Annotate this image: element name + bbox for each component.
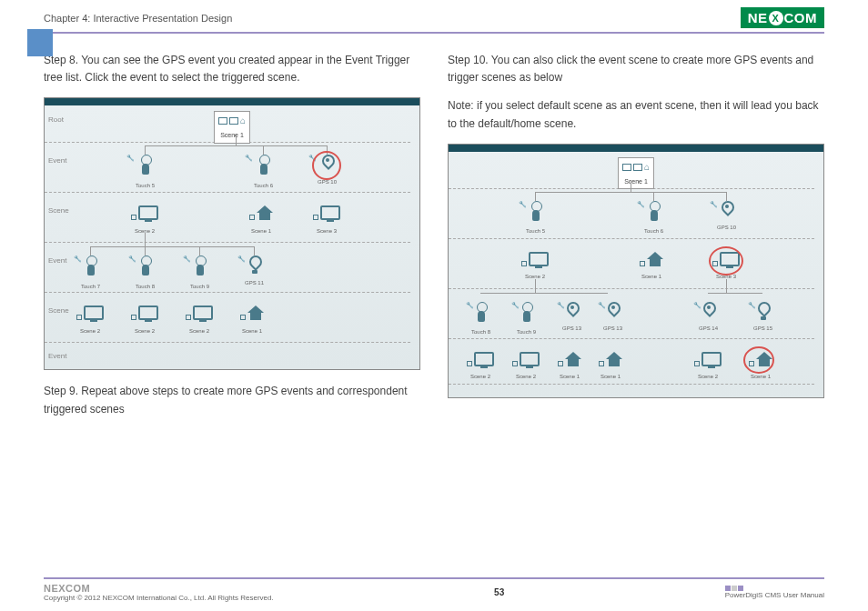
- monitor-icon: [193, 306, 213, 320]
- touch-icon: [192, 255, 208, 275]
- home-icon: [257, 205, 273, 220]
- root-scene-box[interactable]: ⌂ Scene 1: [214, 111, 250, 143]
- scene-node[interactable]: Scene 2: [512, 352, 540, 382]
- touch-icon: [528, 201, 544, 221]
- node-label: Scene 1: [749, 373, 772, 382]
- node-label: GPS 15: [753, 325, 772, 334]
- logo-part-1: NE: [748, 10, 768, 25]
- touch-icon: [83, 255, 99, 275]
- scene-node-home[interactable]: Scene 1: [249, 205, 273, 235]
- wrench-icon: 🔧: [74, 254, 82, 264]
- node-label: Touch 7: [81, 283, 100, 292]
- page-tab-icon: [27, 29, 53, 56]
- event-touch5[interactable]: 🔧 Touch 5: [526, 201, 545, 236]
- node-label: Scene 1: [599, 373, 622, 382]
- scene-node[interactable]: Scene 2: [186, 306, 213, 336]
- node-label: Scene 3: [313, 227, 340, 236]
- event-touch7[interactable]: 🔧 Touch 7: [81, 255, 100, 291]
- scene-node[interactable]: Scene 2: [694, 352, 722, 382]
- home-icon: [565, 352, 581, 366]
- checkbox-icon: [694, 361, 700, 366]
- monitor-icon: [520, 352, 540, 366]
- node-label: Scene 2: [76, 327, 104, 336]
- event-gps15[interactable]: 🔧 GPS 15: [753, 302, 772, 334]
- event-touch5[interactable]: 🔧 Touch 5: [136, 155, 155, 190]
- scene-node-home[interactable]: Scene 1: [558, 352, 581, 382]
- gps-pin-icon: [248, 255, 261, 272]
- touch-icon: [137, 255, 154, 275]
- checkbox-icon: [467, 361, 472, 366]
- node-label: Scene 2: [467, 373, 494, 382]
- left-column: Step 8. You can see the GPS event you cr…: [44, 52, 420, 429]
- node-label: Touch 8: [471, 328, 490, 337]
- monitor-icon: [701, 352, 722, 366]
- scene-node[interactable]: Scene 2: [131, 306, 158, 336]
- scene-node-home[interactable]: Scene 1: [240, 306, 264, 336]
- page-number: 53: [494, 587, 504, 597]
- node-label: Scene 1: [249, 227, 273, 236]
- footer-divider: [44, 577, 824, 579]
- wrench-icon: 🔧: [557, 300, 565, 310]
- event-gps13b[interactable]: 🔧 GPS 13: [603, 302, 622, 334]
- wrench-icon: 🔧: [126, 153, 135, 163]
- scene-node[interactable]: Scene 2: [131, 205, 158, 235]
- highlight-circle: [312, 151, 341, 180]
- checkbox-icon: [313, 215, 318, 220]
- wrench-icon: 🔧: [598, 300, 606, 310]
- monitor-icon: [138, 205, 158, 220]
- scene-node[interactable]: Scene 2: [76, 306, 104, 336]
- manual-name: PowerDigiS CMS User Manual: [725, 591, 824, 599]
- node-label: Scene 1: [240, 327, 264, 336]
- scene-node[interactable]: Scene 2: [521, 252, 549, 282]
- highlight-circle: [709, 246, 743, 275]
- event-gps14[interactable]: 🔧 GPS 14: [699, 302, 718, 334]
- monitor-icon: [84, 306, 104, 320]
- wrench-icon: 🔧: [237, 254, 246, 264]
- monitor-icon: [529, 252, 549, 266]
- node-label: Touch 5: [136, 182, 155, 191]
- footer-logo: NEXCOM: [44, 583, 274, 594]
- checkbox-icon: [186, 315, 191, 320]
- event-gps11[interactable]: 🔧 GPS 11: [245, 255, 264, 287]
- row-label-root: Root: [48, 115, 64, 126]
- row-label-event-3: Event: [48, 351, 66, 363]
- scene-node[interactable]: Scene 3: [313, 205, 340, 235]
- home-icon: ⌂: [240, 114, 246, 128]
- node-label: GPS 13: [603, 325, 622, 334]
- scene-node[interactable]: Scene 2: [467, 352, 494, 382]
- event-touch8[interactable]: 🔧 Touch 8: [471, 302, 490, 337]
- home-icon: [247, 306, 264, 320]
- chapter-title: Chapter 4: Interactive Presentation Desi…: [44, 13, 232, 24]
- scene-node-home[interactable]: Scene 1: [640, 252, 663, 282]
- wrench-icon: 🔧: [637, 199, 645, 209]
- checkbox-icon: [558, 361, 563, 366]
- event-touch6[interactable]: 🔧 Touch 6: [254, 155, 273, 190]
- right-column: Step 10. You can also click the event sc…: [448, 52, 824, 429]
- node-label: GPS 14: [699, 325, 718, 334]
- event-touch9[interactable]: 🔧 Touch 9: [190, 255, 209, 291]
- touch-icon: [137, 155, 154, 175]
- event-gps10[interactable]: 🔧 GPS 10: [717, 201, 736, 233]
- node-label: Scene 1: [558, 373, 581, 382]
- root-scene-box[interactable]: ⌂ Scene 1: [618, 157, 654, 189]
- checkbox-icon: [131, 315, 136, 320]
- event-touch6[interactable]: 🔧 Touch 6: [644, 201, 663, 236]
- gps-pin-icon: [721, 201, 733, 217]
- row-label-scene-2: Scene: [48, 306, 69, 317]
- node-label: Touch 5: [526, 227, 545, 236]
- copyright-text: Copyright © 2012 NEXCOM International Co…: [44, 594, 274, 602]
- nexcom-logo: NE X COM: [741, 7, 824, 28]
- home-icon: ⌂: [644, 160, 650, 175]
- node-label: Touch 9: [190, 283, 209, 292]
- scene-node-home[interactable]: Scene 1: [599, 352, 622, 382]
- node-label: Scene 2: [512, 373, 540, 382]
- wrench-icon: 🔧: [693, 300, 701, 310]
- monitor-icon: [138, 306, 158, 320]
- event-touch9[interactable]: 🔧 Touch 9: [517, 302, 536, 337]
- root-scene-label: Scene 1: [624, 178, 648, 185]
- event-touch8[interactable]: 🔧 Touch 8: [136, 255, 155, 291]
- gps-pin-icon: [702, 302, 715, 318]
- note-text: Note: if you select default scene as an …: [448, 97, 824, 132]
- event-gps13[interactable]: 🔧 GPS 13: [562, 302, 581, 334]
- screenshot-step10: ⌂ Scene 1 🔧 Touch 5 🔧 Touch 6: [448, 144, 824, 398]
